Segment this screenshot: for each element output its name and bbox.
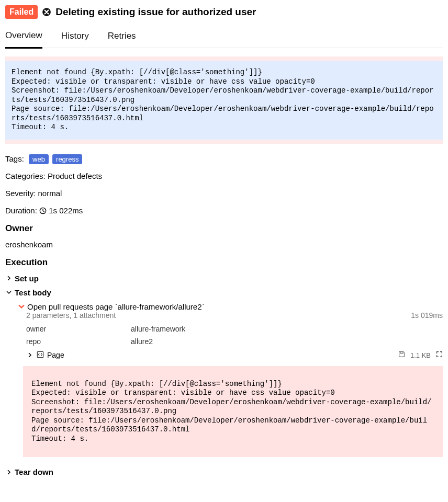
param-row-repo: repo allure2 <box>26 335 443 348</box>
step-error-message: Element not found {By.xpath: [//div[@cla… <box>23 366 443 458</box>
test-title: Deleting existing issue for authorized u… <box>55 6 256 18</box>
tag-regress[interactable]: regress <box>52 154 82 164</box>
attachment-size: 1.1 KB <box>410 351 431 359</box>
param-value: allure2 <box>131 335 153 348</box>
status-badge: Failed <box>5 5 38 19</box>
owner-heading: Owner <box>5 223 443 234</box>
testbody-label: Test body <box>15 288 51 297</box>
param-key: repo <box>26 335 131 348</box>
failed-icon <box>42 7 51 17</box>
tab-retries[interactable]: Retries <box>108 25 136 48</box>
teardown-toggle[interactable]: Tear down <box>5 467 443 476</box>
step-name: Open pull requests page `allure-framewor… <box>27 302 205 311</box>
duration-row: Duration: 1s 022ms <box>5 206 443 215</box>
duration-label: Duration: <box>5 206 37 215</box>
setup-label: Set up <box>15 274 39 283</box>
execution-heading: Execution <box>5 257 443 268</box>
duration-value: 1s 022ms <box>49 206 83 215</box>
chevron-right-icon <box>26 352 33 358</box>
severity-value: normal <box>38 189 62 198</box>
attachment-row[interactable]: Page 1.1 KB <box>18 348 443 363</box>
severity-row: Severity: normal <box>5 189 443 198</box>
step-subline: 2 parameters, 1 attachment 1s 019ms <box>18 311 443 320</box>
categories-label: Categories: <box>5 172 46 180</box>
step: Open pull requests page `allure-framewor… <box>5 302 443 458</box>
error-message: Element not found {By.xpath: [//div[@cla… <box>5 61 443 140</box>
tab-bar: Overview History Retries <box>5 25 443 48</box>
error-panel: Element not found {By.xpath: [//div[@cla… <box>5 56 443 144</box>
severity-label: Severity: <box>5 189 36 198</box>
testbody-toggle[interactable]: Test body <box>5 288 443 297</box>
tab-history[interactable]: History <box>61 25 89 48</box>
chevron-right-icon <box>5 276 13 281</box>
param-key: owner <box>26 323 131 335</box>
param-row-owner: owner allure-framework <box>26 323 443 335</box>
test-header: Failed Deleting existing issue for autho… <box>5 5 443 19</box>
teardown-label: Tear down <box>15 467 53 476</box>
param-table: owner allure-framework repo allure2 <box>18 323 443 348</box>
svg-rect-3 <box>400 352 403 353</box>
tags-label: Tags: <box>5 154 24 163</box>
owner-value: eroshenkoam <box>5 240 443 249</box>
categories-row: Categories: Product defects <box>5 172 443 180</box>
chevron-down-icon <box>18 303 25 310</box>
categories-value: Product defects <box>48 172 102 180</box>
step-subtext: 2 parameters, 1 attachment <box>26 311 116 320</box>
param-value: allure-framework <box>131 323 185 335</box>
setup-toggle[interactable]: Set up <box>5 274 443 283</box>
step-toggle[interactable]: Open pull requests page `allure-framewor… <box>18 302 443 311</box>
tags-row: Tags: web regress <box>5 154 443 163</box>
clock-icon <box>39 206 49 215</box>
expand-icon[interactable] <box>436 351 443 359</box>
chevron-down-icon <box>5 290 13 295</box>
step-time: 1s 019ms <box>411 311 443 320</box>
tag-web[interactable]: web <box>29 154 49 164</box>
save-icon[interactable] <box>398 351 405 359</box>
code-icon <box>37 351 44 360</box>
attachment-name: Page <box>47 351 64 359</box>
tab-overview[interactable]: Overview <box>5 25 42 49</box>
chevron-right-icon <box>5 470 13 475</box>
